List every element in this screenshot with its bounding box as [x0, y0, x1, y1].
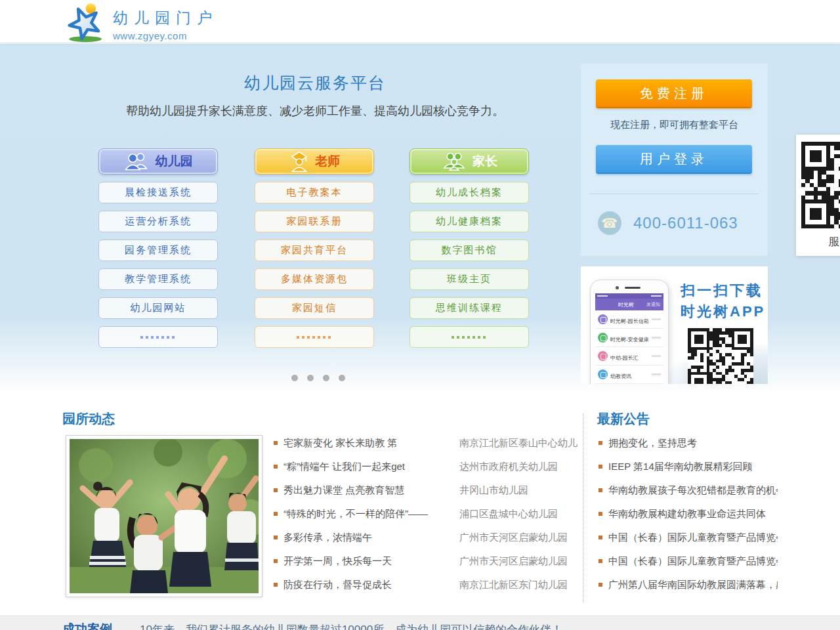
- register-button[interactable]: 免费注册: [596, 79, 752, 108]
- menu-item-more[interactable]: [98, 326, 218, 348]
- app-item-time: [652, 318, 661, 320]
- app-item-time: [652, 337, 661, 339]
- graduate-icon: [289, 151, 310, 172]
- app-promo-line1: 扫一扫下载: [681, 281, 763, 301]
- news-source: 广州市天河区启蒙幼儿园: [459, 555, 568, 568]
- news-row[interactable]: 宅家新变化 家长来助教 第南京江北新区泰山中心幼儿: [272, 437, 578, 461]
- news-source: 浦口区盘城中心幼儿园: [459, 508, 558, 520]
- news-title[interactable]: “粽”情端午 让我们一起来get: [284, 461, 459, 473]
- column-teacher-label: 老师: [315, 153, 340, 170]
- hotline-row: ☎ 400-6011-063: [598, 211, 738, 235]
- news-source: 广州市天河区启蒙幼儿园: [459, 532, 568, 544]
- bullet-icon: [598, 583, 602, 587]
- bullet-icon: [598, 512, 602, 516]
- bullet-icon: [274, 441, 278, 445]
- register-panel: 免费注册 现在注册，即可拥有整套平台 用户登录 ☎ 400-6011-063: [581, 64, 768, 256]
- news-row[interactable]: 多彩传承，浓情端午广州市天河区启蒙幼儿园: [272, 532, 578, 555]
- news-photo[interactable]: [66, 435, 262, 597]
- menu-item[interactable]: 多媒体资源包: [255, 268, 374, 290]
- ellipsis-dots-icon: [452, 336, 487, 339]
- menu-item-more[interactable]: [255, 326, 374, 348]
- column-teacher: 老师 电子教案本 家园联系册 家园共育平台 多媒体资源包 家园短信: [255, 148, 374, 348]
- phone-mockup: 时光树 发通知 时光树-园长信箱 时光树-安全健康: [590, 280, 669, 384]
- menu-item[interactable]: 家园共育平台: [255, 240, 374, 261]
- phone-screen: 时光树 发通知 时光树-园长信箱 时光树-安全健康: [595, 293, 663, 384]
- news-title[interactable]: “特殊的时光，不一样的陪伴”——: [284, 508, 459, 520]
- notice-row[interactable]: 中国（长春）国际儿童教育暨产品博览会: [597, 532, 778, 555]
- menu-item[interactable]: 教学管理系统: [98, 268, 218, 290]
- bullet-icon: [274, 536, 278, 539]
- menu-item-more[interactable]: [410, 326, 529, 348]
- notice-title[interactable]: 中国（长春）国际儿童教育暨产品博览会: [608, 532, 778, 544]
- column-kindergarten: 幼儿园 晨检接送系统 运营分析系统 园务管理系统 教学管理系统 幼儿园网站: [98, 148, 218, 348]
- news-icon: [598, 369, 608, 379]
- column-parents-header[interactable]: 家长: [410, 148, 529, 175]
- ellipsis-dots-icon: [140, 336, 176, 339]
- menu-item[interactable]: 幼儿园网站: [98, 297, 218, 319]
- bullet-icon: [274, 488, 278, 492]
- hero-band: 幼儿园云服务平台 帮助幼儿园提升家长满意度、减少老师工作量、提高幼儿园核心竞争力…: [0, 44, 840, 394]
- menu-item[interactable]: 家园短信: [255, 297, 374, 319]
- login-button[interactable]: 用户登录: [596, 145, 752, 174]
- news-title[interactable]: 宅家新变化 家长来助教 第: [284, 437, 459, 450]
- notice-row[interactable]: IEEP 第14届华南幼教展精彩回顾: [597, 461, 778, 484]
- app-list-item: 时光树-园长信箱: [595, 310, 663, 329]
- notice-title[interactable]: 华南幼教展构建幼教事业命运共同体: [608, 508, 778, 520]
- carousel-dot[interactable]: [323, 375, 329, 381]
- news-list: 宅家新变化 家长来助教 第南京江北新区泰山中心幼儿 “粽”情端午 让我们一起来g…: [272, 437, 578, 602]
- news-section: 园所动态 最新公告: [0, 394, 840, 616]
- menu-item[interactable]: 数字图书馆: [410, 240, 529, 261]
- app-item-name: 中幼-园长汇: [610, 355, 639, 361]
- camera-dot-icon: [616, 286, 619, 289]
- column-teacher-header[interactable]: 老师: [255, 148, 374, 175]
- news-row[interactable]: 开学第一周，快乐每一天广州市天河区启蒙幼儿园: [272, 555, 578, 579]
- bullet-icon: [598, 536, 602, 539]
- notice-title[interactable]: 华南幼教展孩子每次犯错都是教育的机会: [608, 484, 778, 497]
- menu-item[interactable]: 家园联系册: [255, 211, 374, 232]
- carousel-dot[interactable]: [307, 375, 314, 381]
- news-title[interactable]: 多彩传承，浓情端午: [284, 532, 459, 544]
- success-cases-label[interactable]: 成功案例: [62, 621, 112, 630]
- news-row[interactable]: 秀出魅力课堂 点亮教育智慧井冈山市幼儿园: [272, 484, 578, 508]
- notice-row[interactable]: 广州第八届华南国际幼教展圆满落幕，感: [597, 579, 778, 602]
- menu-item[interactable]: 幼儿成长档案: [410, 182, 529, 203]
- column-kindergarten-label: 幼儿园: [156, 153, 193, 170]
- site-logo-star-icon[interactable]: [66, 1, 108, 43]
- carousel-dot[interactable]: [339, 375, 345, 381]
- brand-name: 幼儿园门户: [113, 8, 218, 28]
- app-item-name: 时光树-园长信箱: [610, 318, 649, 324]
- menu-item[interactable]: 运营分析系统: [98, 211, 218, 232]
- app-list-item: 时光树-安全健康: [595, 329, 663, 347]
- notice-row[interactable]: 华南幼教展孩子每次犯错都是教育的机会: [597, 484, 778, 508]
- notice-row[interactable]: 拥抱变化，坚持思考: [597, 437, 778, 461]
- app-promo-panel: 时光树 发通知 时光树-园长信箱 时光树-安全健康: [581, 266, 768, 384]
- bullet-icon: [598, 559, 602, 563]
- menu-item[interactable]: 园务管理系统: [98, 240, 218, 261]
- bullet-icon: [274, 512, 278, 516]
- notice-title[interactable]: 拥抱变化，坚持思考: [608, 437, 778, 450]
- service-qr-label: 服务号: [796, 234, 840, 249]
- news-title[interactable]: 秀出魅力课堂 点亮教育智慧: [284, 484, 459, 497]
- notice-title[interactable]: 广州第八届华南国际幼教展圆满落幕，感: [608, 579, 778, 591]
- menu-item[interactable]: 思维训练课程: [410, 297, 529, 319]
- menu-item[interactable]: 幼儿健康档案: [410, 211, 529, 232]
- app-action: 发通知: [646, 301, 663, 308]
- success-cases-text: 10年来，我们累计服务的幼儿园数量超过10000所，成为幼儿园可以信赖的合作伙伴…: [140, 622, 562, 630]
- notice-title[interactable]: IEEP 第14届华南幼教展精彩回顾: [608, 461, 778, 473]
- menu-item[interactable]: 晨检接送系统: [98, 182, 218, 203]
- service-qr-code: [801, 142, 840, 228]
- carousel-dot[interactable]: [291, 375, 298, 381]
- news-title[interactable]: 防疫在行动，督导促成长: [284, 579, 459, 591]
- column-kindergarten-header[interactable]: 幼儿园: [98, 148, 218, 175]
- notice-title[interactable]: 中国（长春）国际儿童教育暨产品博览会: [608, 555, 778, 568]
- news-row[interactable]: “粽”情端午 让我们一起来get达州市政府机关幼儿园: [272, 461, 578, 484]
- brand-url[interactable]: www.zgyey.com: [113, 30, 218, 41]
- notice-row[interactable]: 中国（长春）国际儿童教育暨产品博览会: [597, 555, 778, 579]
- app-list-item: 中幼-园长汇: [595, 347, 663, 366]
- news-row[interactable]: “特殊的时光，不一样的陪伴”——浦口区盘城中心幼儿园: [272, 508, 578, 532]
- menu-item[interactable]: 班级主页: [410, 268, 529, 290]
- menu-item[interactable]: 电子教案本: [255, 182, 374, 203]
- news-title[interactable]: 开学第一周，快乐每一天: [284, 555, 459, 568]
- notice-row[interactable]: 华南幼教展构建幼教事业命运共同体: [597, 508, 778, 532]
- news-row[interactable]: 防疫在行动，督导促成长南京江北新区东门幼儿园: [272, 579, 578, 602]
